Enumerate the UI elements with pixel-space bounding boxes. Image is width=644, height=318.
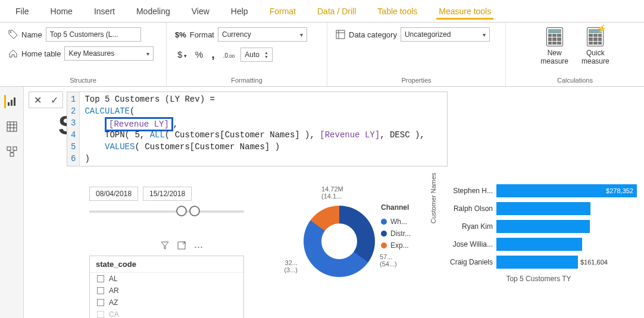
decimal-inc-button[interactable]: .0.00 (221, 48, 237, 61)
tab-data-drill[interactable]: Data / Drill (307, 2, 367, 22)
checkbox-icon[interactable] (97, 311, 104, 318)
bar-value-label: $185,255 (606, 220, 633, 233)
decimals-spinner[interactable]: Auto ▲▼ (240, 48, 273, 62)
ribbon-tabs: File Home Insert Modeling View Help Form… (0, 0, 644, 23)
name-label: Name (21, 30, 42, 39)
bar-value-label: $186,823 (606, 202, 633, 215)
decimals-value: Auto (245, 51, 260, 59)
swatch-icon (381, 231, 387, 237)
slicer-item[interactable]: AL (90, 273, 243, 285)
commit-formula-button[interactable]: ✓ (46, 92, 62, 108)
name-dropdown[interactable]: Top 5 Customers (L... (46, 27, 141, 42)
home-table-value: Key Measures (68, 49, 114, 58)
slicer-item[interactable]: CA (90, 308, 243, 318)
format-value: Currency (222, 30, 251, 39)
data-view-icon[interactable] (5, 120, 18, 133)
quick-measure-button[interactable]: ⚡ Quick measure (577, 27, 614, 65)
svg-rect-1 (336, 30, 345, 39)
formula-code[interactable]: Top 5 Customers (LY Rev) = CALCULATE( [R… (80, 92, 429, 166)
tab-insert[interactable]: Insert (83, 2, 126, 22)
focus-mode-icon[interactable] (177, 241, 186, 252)
group-formatting: $% Format Currency ▾ $ ▾ % , .0.00 Auto … (167, 23, 327, 86)
tab-format[interactable]: Format (259, 2, 307, 22)
slicer-item[interactable]: AZ (90, 297, 243, 308)
legend-label: Exp... (390, 241, 409, 250)
new-measure-button[interactable]: New measure (536, 27, 573, 65)
group-label-properties: Properties (336, 74, 497, 84)
tab-help[interactable]: Help (220, 2, 259, 22)
checkbox-icon[interactable] (97, 299, 104, 306)
donut-ring[interactable] (304, 206, 375, 277)
bar-row[interactable]: Stephen H...$278,352 (440, 182, 637, 200)
slicer-item-label: AZ (109, 298, 118, 307)
model-view-icon[interactable] (5, 145, 18, 158)
slicer-item-label: AL (109, 275, 118, 283)
date-to-input[interactable]: 15/12/2018 (143, 187, 192, 201)
date-slider-handle-right[interactable] (189, 206, 200, 216)
quick-measure-label: Quick measure (582, 49, 609, 65)
tab-view[interactable]: View (181, 2, 220, 22)
svg-rect-12 (7, 147, 11, 150)
bar-chart[interactable]: Customer Names Stephen H...$278,352Ralph… (440, 182, 637, 283)
category-dropdown[interactable]: Uncategorized ▾ (401, 27, 490, 42)
report-view-icon[interactable] (4, 95, 17, 108)
view-rail (0, 87, 24, 318)
bar-row[interactable]: Ralph Olson$186,823 (440, 200, 637, 218)
chevron-down-icon: ▾ (483, 32, 486, 38)
checkbox-icon[interactable] (97, 287, 104, 294)
legend-item[interactable]: Wh... (381, 218, 411, 226)
main-area: Sh ✕ ✓ 123456 Top 5 Customers (LY Rev) =… (0, 87, 644, 318)
bar-fill (496, 220, 590, 233)
home-table-dropdown[interactable]: Key Measures ▾ (64, 46, 154, 61)
cancel-formula-button[interactable]: ✕ (29, 92, 46, 108)
formula-line5-pre (85, 142, 105, 152)
date-slider-track[interactable] (89, 210, 244, 213)
legend-label: Distr... (390, 229, 411, 238)
state-slicer[interactable]: state_code AL AR AZ CA (89, 256, 244, 318)
format-dropdown[interactable]: Currency ▾ (218, 27, 307, 42)
format-label: Format (190, 30, 214, 39)
currency-button[interactable]: $ ▾ (175, 48, 189, 61)
category-value: Uncategorized (405, 30, 451, 39)
formula-line3-tail: , (173, 119, 178, 129)
percent-button[interactable]: % (193, 48, 205, 61)
legend-item[interactable]: Distr... (381, 229, 411, 238)
tab-home[interactable]: Home (40, 2, 83, 22)
tag-icon (8, 30, 18, 39)
format-prefix-icon: $% (175, 30, 186, 39)
bar-category-label: Ralph Olson (440, 204, 493, 213)
bar-row[interactable]: Jose Willia...$169,751 (440, 235, 637, 253)
legend-item[interactable]: Exp... (381, 241, 411, 250)
date-slider-handle-left[interactable] (176, 206, 187, 216)
svg-rect-5 (11, 100, 12, 106)
slicer-title: state_code (90, 256, 243, 273)
bar-fill (496, 256, 578, 269)
slicer-item-label: CA (109, 310, 119, 318)
chevron-down-icon: ▾ (146, 51, 149, 57)
more-options-icon[interactable]: ⋯ (194, 241, 203, 252)
bar-row[interactable]: Craig Daniels$161,604 (440, 253, 637, 271)
group-calculations: New measure ⚡ Quick measure Calculations (506, 23, 644, 86)
formula-actions: ✕ ✓ (29, 92, 63, 108)
slicer-item[interactable]: AR (90, 285, 243, 297)
swatch-icon (381, 219, 387, 225)
bar-track: $185,255 (496, 220, 637, 233)
report-canvas[interactable]: Sh ✕ ✓ 123456 Top 5 Customers (LY Rev) =… (24, 87, 644, 318)
home-table-label: Home table (21, 49, 61, 58)
tab-table-tools[interactable]: Table tools (367, 2, 428, 22)
bar-row[interactable]: Ryan Kim$185,255 (440, 218, 637, 235)
tab-modeling[interactable]: Modeling (126, 2, 181, 22)
formula-editor[interactable]: 123456 Top 5 Customers (LY Rev) = CALCUL… (67, 92, 448, 166)
filter-icon[interactable] (161, 241, 169, 252)
spinner-arrows-icon: ▲▼ (264, 51, 268, 59)
bar-track: $186,823 (496, 202, 637, 215)
calculator-lightning-icon: ⚡ (587, 27, 604, 46)
checkbox-icon[interactable] (97, 275, 104, 282)
donut-left-labels: 32...(3...) (262, 200, 298, 277)
donut-chart[interactable]: 32...(3...) 14.72M(14.1... 57...(54...) … (262, 200, 434, 277)
thousands-button[interactable]: , (209, 46, 217, 62)
date-from-input[interactable]: 08/04/2018 (89, 187, 138, 201)
tab-file[interactable]: File (5, 2, 40, 22)
tab-measure-tools[interactable]: Measure tools (428, 2, 502, 22)
home-icon (8, 49, 18, 58)
